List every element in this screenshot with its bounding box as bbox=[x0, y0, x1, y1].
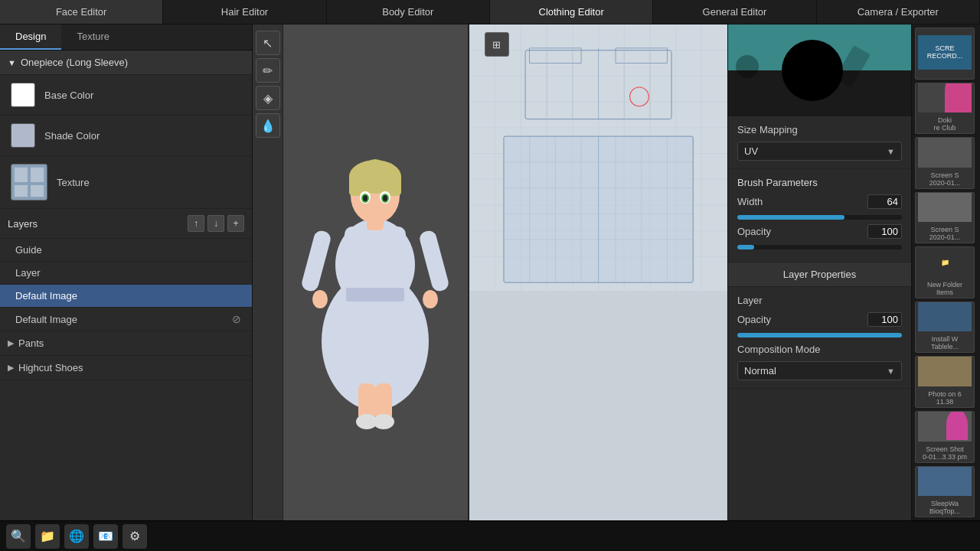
tab-texture[interactable]: Texture bbox=[61, 24, 125, 50]
opacity-slider[interactable] bbox=[737, 245, 902, 249]
shade-color-swatch[interactable] bbox=[11, 123, 35, 148]
screenshot-item-3[interactable]: Screen S2020-01... bbox=[915, 192, 975, 244]
svg-rect-48 bbox=[525, 51, 671, 119]
width-label: Width bbox=[737, 196, 867, 207]
tab-row: Design Texture bbox=[0, 24, 252, 51]
width-value[interactable]: 64 bbox=[867, 194, 902, 209]
layer-down-button[interactable]: ↓ bbox=[207, 215, 224, 232]
layer-row: Layer bbox=[737, 295, 902, 306]
center-panel: ↖ ✏ ◈ 💧 ⊞ bbox=[253, 24, 727, 520]
layer-add-button[interactable]: + bbox=[227, 215, 244, 232]
composition-mode-label: Composition Mode bbox=[737, 344, 902, 355]
character-model bbox=[291, 112, 459, 433]
svg-rect-8 bbox=[346, 288, 404, 302]
opacity-slider-fill bbox=[737, 245, 754, 249]
base-color-label: Base Color bbox=[44, 90, 93, 101]
dropdown-arrow-icon: ▼ bbox=[887, 147, 895, 156]
size-mapping-dropdown[interactable]: UV ▼ bbox=[737, 142, 902, 161]
nav-general-editor[interactable]: General Editor bbox=[653, 0, 816, 24]
taskbar-icon-0[interactable]: 🔍 bbox=[6, 524, 31, 549]
layer-opacity-slider[interactable] bbox=[737, 333, 902, 337]
subsection-pants[interactable]: ▶ Pants bbox=[0, 331, 252, 356]
svg-point-24 bbox=[423, 290, 438, 308]
preview-area bbox=[728, 24, 911, 116]
preview-sphere bbox=[782, 40, 843, 101]
pants-collapse-icon: ▶ bbox=[8, 338, 14, 348]
screenshot-item-4[interactable]: 📁 New FolderItems bbox=[915, 246, 975, 298]
brush-params-header: Brush Parameters bbox=[737, 177, 902, 188]
texture-thumbnail bbox=[11, 164, 47, 201]
nav-body-editor[interactable]: Body Editor bbox=[327, 0, 490, 24]
brush-params-section: Brush Parameters Width 64 Opacity 100 bbox=[728, 169, 911, 262]
svg-point-19 bbox=[363, 195, 368, 201]
taskbar-icon-4[interactable]: ⚙ bbox=[122, 524, 147, 549]
collapse-arrow-icon: ▼ bbox=[8, 58, 16, 67]
base-color-row[interactable]: Base Color bbox=[0, 75, 252, 116]
svg-rect-4 bbox=[31, 185, 44, 197]
size-mapping-section: Size Mapping UV ▼ bbox=[728, 116, 911, 169]
subsection-highcut-shoes[interactable]: ▶ Highcut Shoes bbox=[0, 356, 252, 380]
layer-props-section: Layer Opacity 100 Composition Mode Norma… bbox=[728, 287, 911, 389]
clothing-section: ▼ Onepiece (Long Sleeve) Base Color Shad… bbox=[0, 51, 252, 209]
pencil-tool-button[interactable]: ✏ bbox=[256, 58, 280, 83]
svg-rect-3 bbox=[15, 185, 28, 197]
screenshot-item-0[interactable]: SCRERECORD... bbox=[915, 28, 975, 80]
clothing-section-header[interactable]: ▼ Onepiece (Long Sleeve) bbox=[0, 51, 252, 75]
taskbar-icon-2[interactable]: 🌐 bbox=[64, 524, 89, 549]
align-button[interactable]: ⊞ bbox=[485, 32, 509, 57]
composition-dropdown-arrow-icon: ▼ bbox=[887, 367, 895, 376]
screenshot-item-2[interactable]: Screen S2020-01... bbox=[915, 137, 975, 189]
size-mapping-label: Size Mapping bbox=[737, 124, 902, 135]
cursor-icon: ↖ bbox=[263, 36, 273, 51]
shoes-label: Highcut Shoes bbox=[18, 362, 83, 373]
nav-hair-editor[interactable]: Hair Editor bbox=[163, 0, 326, 24]
svg-rect-1 bbox=[15, 168, 28, 182]
svg-rect-22 bbox=[418, 230, 450, 293]
layer-opacity-label: Opacity bbox=[737, 314, 867, 325]
layer-opacity-value[interactable]: 100 bbox=[867, 312, 902, 327]
layer-props-header: Layer Properties bbox=[728, 262, 911, 287]
shade-color-row[interactable]: Shade Color bbox=[0, 116, 252, 156]
taskbar: 🔍 📁 🌐 📧 ⚙ bbox=[0, 520, 980, 551]
screenshot-item-8[interactable]: SleepWaBioqTop... bbox=[915, 466, 975, 518]
layer-label: Layer bbox=[737, 295, 902, 306]
eraser-tool-button[interactable]: ◈ bbox=[256, 86, 280, 110]
width-slider-fill bbox=[737, 215, 844, 220]
svg-point-58 bbox=[629, 87, 648, 106]
svg-rect-12 bbox=[349, 173, 363, 196]
fill-icon: 💧 bbox=[260, 119, 276, 133]
screenshot-item-1[interactable]: Dokire Club bbox=[915, 83, 975, 135]
cursor-tool-button[interactable]: ↖ bbox=[256, 31, 280, 55]
viewport-uv[interactable] bbox=[469, 24, 727, 520]
screenshot-item-7[interactable]: Screen Shot0-01...3.33 pm bbox=[915, 411, 975, 463]
layer-opacity-row: Opacity 100 bbox=[737, 312, 902, 327]
svg-rect-13 bbox=[387, 173, 401, 196]
fill-tool-button[interactable]: 💧 bbox=[256, 113, 280, 138]
nav-clothing-editor[interactable]: Clothing Editor bbox=[490, 0, 653, 24]
opacity-value[interactable]: 100 bbox=[867, 224, 902, 239]
composition-mode-row: Composition Mode bbox=[737, 344, 902, 355]
screenshot-item-5[interactable]: Install WTablele... bbox=[915, 302, 975, 354]
pants-label: Pants bbox=[18, 337, 44, 349]
layer-item-default-image-2[interactable]: Default Image ⊘ bbox=[0, 308, 252, 331]
tab-design[interactable]: Design bbox=[0, 24, 61, 50]
taskbar-icon-1[interactable]: 📁 bbox=[35, 524, 60, 549]
layer-item-layer[interactable]: Layer bbox=[0, 262, 252, 285]
layer-up-button[interactable]: ↑ bbox=[188, 215, 204, 232]
screenshot-item-6[interactable]: Photo on 611.38 bbox=[915, 356, 975, 408]
composition-mode-dropdown[interactable]: Normal ▼ bbox=[737, 361, 902, 380]
layer-item-guide[interactable]: Guide bbox=[0, 239, 252, 262]
viewport-3d[interactable] bbox=[283, 24, 469, 520]
base-color-swatch[interactable] bbox=[11, 83, 35, 107]
nav-camera-exporter[interactable]: Camera / Exporter bbox=[817, 0, 980, 24]
width-row: Width 64 bbox=[737, 194, 902, 209]
taskbar-icon-3[interactable]: 📧 bbox=[93, 524, 118, 549]
width-slider[interactable] bbox=[737, 215, 902, 220]
size-mapping-value: UV bbox=[744, 145, 887, 157]
tool-bar: ↖ ✏ ◈ 💧 bbox=[253, 24, 283, 520]
nav-face-editor[interactable]: Face Editor bbox=[0, 0, 163, 24]
layer-item-default-image-1[interactable]: Default Image bbox=[0, 285, 252, 308]
svg-point-23 bbox=[312, 290, 328, 308]
svg-rect-29 bbox=[469, 24, 727, 291]
texture-row[interactable]: Texture bbox=[0, 156, 252, 209]
